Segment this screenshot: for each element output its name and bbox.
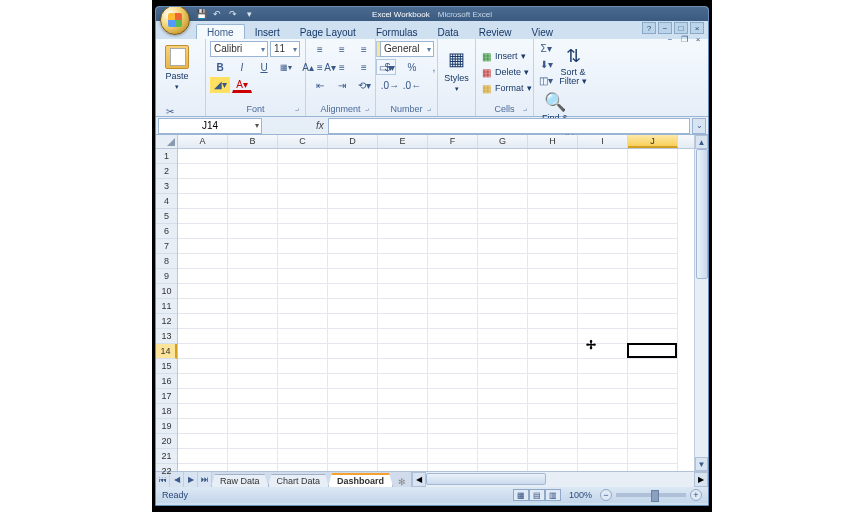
tab-home[interactable]: Home <box>196 24 245 39</box>
insert-cells-button[interactable]: ▦Insert ▾ <box>480 49 532 64</box>
cell[interactable] <box>528 269 578 284</box>
cell[interactable] <box>478 194 528 209</box>
cell[interactable] <box>628 239 678 254</box>
cell[interactable] <box>528 449 578 464</box>
cell[interactable] <box>328 164 378 179</box>
cell[interactable] <box>378 164 428 179</box>
delete-cells-button[interactable]: ▦Delete ▾ <box>480 65 532 80</box>
cell[interactable] <box>278 389 328 404</box>
cell[interactable] <box>528 179 578 194</box>
cell[interactable] <box>478 224 528 239</box>
cell[interactable] <box>428 149 478 164</box>
cell[interactable] <box>428 344 478 359</box>
cell[interactable] <box>528 374 578 389</box>
scroll-down-icon[interactable]: ▼ <box>695 457 708 471</box>
cell[interactable] <box>228 179 278 194</box>
cell[interactable] <box>228 209 278 224</box>
cell[interactable] <box>378 269 428 284</box>
close-icon[interactable]: × <box>690 22 704 34</box>
cell[interactable] <box>278 434 328 449</box>
cell[interactable] <box>228 374 278 389</box>
cell[interactable] <box>478 209 528 224</box>
cell[interactable] <box>628 314 678 329</box>
row-header[interactable]: 8 <box>156 254 177 269</box>
cell[interactable] <box>228 269 278 284</box>
cell[interactable] <box>478 404 528 419</box>
cell[interactable] <box>528 329 578 344</box>
cell[interactable] <box>378 359 428 374</box>
cell[interactable] <box>328 209 378 224</box>
row-header[interactable]: 1 <box>156 149 177 164</box>
cell[interactable] <box>578 419 628 434</box>
clear-icon[interactable]: ◫▾ <box>538 73 554 89</box>
cell[interactable] <box>478 149 528 164</box>
office-button[interactable] <box>160 6 190 35</box>
cell[interactable] <box>578 254 628 269</box>
cell[interactable] <box>578 374 628 389</box>
font-size-selector[interactable]: 11 <box>270 41 300 57</box>
cell[interactable] <box>628 164 678 179</box>
column-header[interactable]: B <box>228 135 278 148</box>
cell[interactable] <box>578 404 628 419</box>
cell[interactable] <box>628 344 678 359</box>
normal-view-icon[interactable]: ▦ <box>513 489 529 501</box>
cell[interactable] <box>278 209 328 224</box>
row-header[interactable]: 18 <box>156 404 177 419</box>
row-header[interactable]: 11 <box>156 299 177 314</box>
cell[interactable] <box>578 359 628 374</box>
page-layout-view-icon[interactable]: ▤ <box>529 489 545 501</box>
cell[interactable] <box>278 149 328 164</box>
cell[interactable] <box>278 224 328 239</box>
cell[interactable] <box>228 314 278 329</box>
cell[interactable] <box>328 449 378 464</box>
cell[interactable] <box>528 464 578 471</box>
row-header[interactable]: 20 <box>156 434 177 449</box>
cell[interactable] <box>328 224 378 239</box>
cell[interactable] <box>228 254 278 269</box>
cell[interactable] <box>428 359 478 374</box>
cell[interactable] <box>328 149 378 164</box>
cell[interactable] <box>228 149 278 164</box>
cell[interactable] <box>428 269 478 284</box>
format-cells-button[interactable]: ▦Format ▾ <box>480 81 532 96</box>
cell[interactable] <box>578 269 628 284</box>
cell[interactable] <box>378 179 428 194</box>
cell[interactable] <box>378 224 428 239</box>
cell[interactable] <box>278 359 328 374</box>
cell[interactable] <box>228 164 278 179</box>
cell[interactable] <box>478 344 528 359</box>
undo-icon[interactable]: ↶ <box>212 9 222 19</box>
row-header[interactable]: 17 <box>156 389 177 404</box>
cell[interactable] <box>178 389 228 404</box>
cell[interactable] <box>628 464 678 471</box>
cell[interactable] <box>328 344 378 359</box>
cell[interactable] <box>528 224 578 239</box>
cell[interactable] <box>178 179 228 194</box>
vertical-scrollbar[interactable]: ▲ ▼ <box>694 135 708 471</box>
cell[interactable] <box>578 434 628 449</box>
cell[interactable] <box>578 389 628 404</box>
minimize-icon[interactable]: − <box>658 22 672 34</box>
cell[interactable] <box>378 389 428 404</box>
cell[interactable] <box>478 284 528 299</box>
cell[interactable] <box>378 314 428 329</box>
cell[interactable] <box>278 344 328 359</box>
increase-decimal-icon[interactable]: .0→ <box>380 77 400 93</box>
cell[interactable] <box>428 254 478 269</box>
row-header[interactable]: 5 <box>156 209 177 224</box>
cell[interactable] <box>628 374 678 389</box>
cell[interactable] <box>628 404 678 419</box>
mdi-close-icon[interactable]: × <box>692 34 704 44</box>
cell[interactable] <box>628 359 678 374</box>
cell[interactable] <box>328 269 378 284</box>
cell[interactable] <box>328 299 378 314</box>
cell[interactable] <box>378 149 428 164</box>
cell[interactable] <box>378 209 428 224</box>
font-name-selector[interactable]: Calibri <box>210 41 268 57</box>
cell[interactable] <box>578 239 628 254</box>
cell[interactable] <box>528 164 578 179</box>
cell[interactable] <box>578 164 628 179</box>
sheet-tab-chart-data[interactable]: Chart Data <box>268 474 330 487</box>
cell[interactable] <box>328 464 378 471</box>
cell[interactable] <box>378 344 428 359</box>
